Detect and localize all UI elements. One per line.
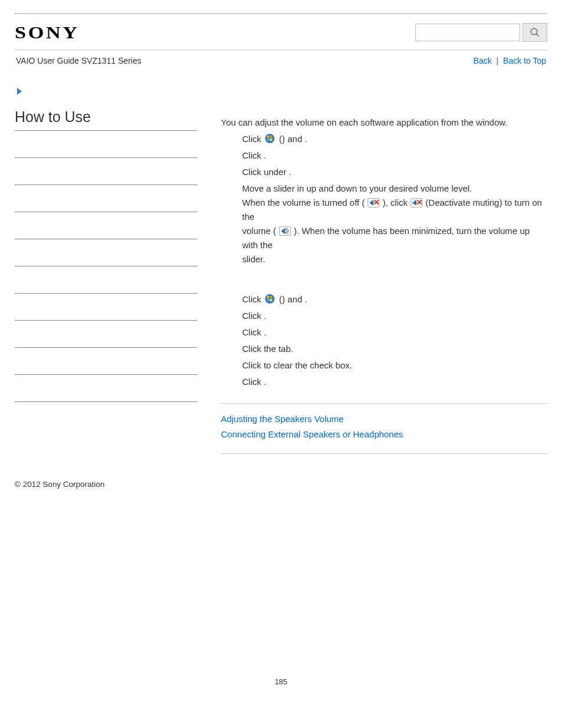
step: Click . <box>242 375 547 389</box>
svg-rect-11 <box>270 299 272 301</box>
sidebar-item[interactable] <box>15 266 197 294</box>
windows-start-icon <box>265 294 276 303</box>
svg-point-0 <box>531 28 537 35</box>
back-to-top-link[interactable]: Back to Top <box>503 56 546 65</box>
related-link[interactable]: Adjusting the Speakers Volume <box>221 412 547 426</box>
divider <box>221 403 547 404</box>
svg-rect-5 <box>267 139 269 141</box>
sidebar-item[interactable] <box>15 294 197 321</box>
svg-rect-10 <box>267 299 269 301</box>
step: Click under . <box>242 165 547 179</box>
intro-text: You can adjust the volume on each softwa… <box>221 116 547 130</box>
windows-start-icon <box>265 133 276 143</box>
speaker-muted-icon <box>368 198 379 207</box>
step: Click . <box>242 325 547 340</box>
search-input[interactable] <box>415 24 520 41</box>
step: Click the tab. <box>242 342 547 356</box>
back-link[interactable]: Back <box>474 56 492 65</box>
svg-rect-6 <box>270 139 272 141</box>
search-wrap <box>415 23 547 42</box>
svg-rect-4 <box>270 136 272 138</box>
nav-links: Back | Back to Top <box>474 56 546 65</box>
sony-logo: SONY <box>15 22 80 42</box>
breadcrumb: VAIO User Guide SVZ1311 Series Back | Ba… <box>15 50 547 65</box>
procedure-2: Click () and . Click . Click . Click the… <box>221 292 547 389</box>
step: Move a slider in up and down to your des… <box>242 182 547 266</box>
sidebar-item[interactable] <box>15 321 197 348</box>
svg-line-1 <box>536 34 539 37</box>
guide-title: VAIO User Guide SVZ1311 Series <box>16 56 141 65</box>
copyright: © 2012 Sony Corporation <box>15 480 547 489</box>
page-number: 185 <box>15 677 547 686</box>
speaker-muted-icon <box>411 198 422 207</box>
sidebar-item[interactable] <box>15 158 197 185</box>
related-topics: Adjusting the Speakers Volume Connecting… <box>221 412 547 442</box>
related-link[interactable]: Connecting External Speakers or Headphon… <box>221 427 547 442</box>
sidebar-item[interactable] <box>15 185 197 212</box>
header-bar: SONY <box>15 13 547 42</box>
sidebar-title: How to Use <box>15 108 197 131</box>
step: Click . <box>242 309 547 323</box>
sidebar-item[interactable] <box>15 348 197 375</box>
step: Click () and . <box>242 292 547 307</box>
sidebar: How to Use <box>15 108 197 454</box>
sidebar-item[interactable] <box>15 375 197 402</box>
step: Click . <box>242 149 547 163</box>
step: Click () and . <box>242 132 547 146</box>
main-content: You can adjust the volume on each softwa… <box>221 108 547 454</box>
separator: | <box>497 56 499 65</box>
search-icon <box>530 27 540 38</box>
svg-rect-9 <box>270 296 272 298</box>
sidebar-item[interactable] <box>15 131 197 158</box>
chevron-right-icon <box>16 87 547 98</box>
divider <box>221 453 547 454</box>
sidebar-item[interactable] <box>15 239 197 266</box>
step: Click to clear the check box. <box>242 358 547 373</box>
svg-rect-3 <box>267 136 269 138</box>
svg-rect-8 <box>267 296 269 298</box>
sidebar-item[interactable] <box>15 212 197 239</box>
search-button[interactable] <box>523 23 547 42</box>
speaker-on-icon <box>279 226 291 236</box>
procedure-1: Click () and . Click . Click under . Mov… <box>221 132 547 266</box>
